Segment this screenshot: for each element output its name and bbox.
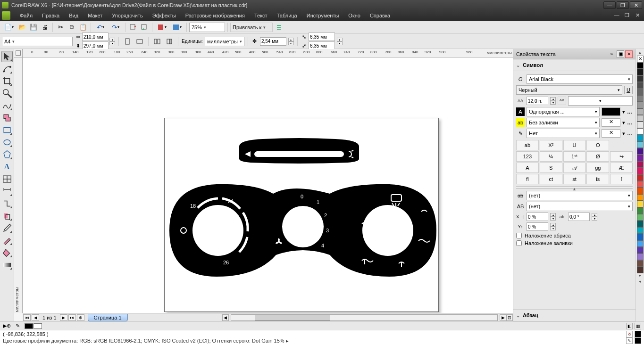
opt-super[interactable]: X² xyxy=(540,140,562,150)
swatch[interactable] xyxy=(637,102,644,108)
opt-longs[interactable]: ſ xyxy=(610,174,633,184)
swatch[interactable] xyxy=(637,174,644,181)
page-tab[interactable]: Страница 1 xyxy=(88,314,128,321)
hscroll-right[interactable]: ▶ xyxy=(500,314,506,321)
bgfill-more[interactable]: … xyxy=(627,120,633,125)
swatch[interactable] xyxy=(637,69,644,75)
navigator-button[interactable]: ⊡ xyxy=(506,314,513,321)
menu-bitmaps[interactable]: Растровые изображения xyxy=(181,13,250,18)
opt-ord[interactable]: 1ˢᵗ xyxy=(563,151,586,162)
canvas[interactable]: 0 80 60 140 120 200 180 260 240 320 300 … xyxy=(14,49,513,321)
print-button[interactable] xyxy=(40,22,50,33)
swatch[interactable] xyxy=(637,254,644,260)
horizontal-scrollbar[interactable] xyxy=(231,314,498,321)
ruler-horizontal[interactable]: 0 80 60 140 120 200 180 260 240 320 300 … xyxy=(23,49,513,57)
fill-color[interactable] xyxy=(602,107,620,116)
menu-layout[interactable]: Макет xyxy=(83,13,107,18)
dupx-input[interactable] xyxy=(309,33,335,41)
swatch[interactable] xyxy=(637,89,644,95)
maximize-button[interactable]: ❐ xyxy=(617,1,629,9)
opt-st[interactable]: st xyxy=(563,174,586,184)
tool-shape[interactable] xyxy=(1,63,13,74)
drawing-area[interactable]: 18 24 26 0 1 2 3 4 xyxy=(23,57,513,313)
proof-color-icon[interactable]: ◧ xyxy=(626,323,633,329)
pagenav-last[interactable]: ⏭ xyxy=(68,314,76,321)
tool-freehand[interactable] xyxy=(1,100,13,111)
outline-color[interactable]: ✕ xyxy=(602,129,620,138)
swatch[interactable] xyxy=(637,135,644,141)
swatch[interactable] xyxy=(637,247,644,254)
swatch[interactable] xyxy=(637,240,644,247)
redo-button[interactable]: ▾ xyxy=(109,22,123,33)
menu-effects[interactable]: Эффекты xyxy=(148,13,181,18)
open-button[interactable] xyxy=(17,22,27,33)
new-button[interactable]: ▾ xyxy=(2,22,16,33)
tool-table[interactable] xyxy=(1,173,13,185)
page-width-input[interactable] xyxy=(82,33,109,41)
menu-tools[interactable]: Инструменты xyxy=(302,13,344,18)
tool-pick[interactable] xyxy=(1,51,13,62)
swatch[interactable] xyxy=(637,62,644,69)
outline-more[interactable]: … xyxy=(627,131,633,136)
menu-window[interactable]: Окно xyxy=(343,13,365,18)
swatch[interactable] xyxy=(637,115,644,122)
swatch[interactable] xyxy=(637,122,644,128)
palette-expand[interactable]: ◂ xyxy=(637,279,644,285)
fill-type-combo[interactable]: Однородная ...▾ xyxy=(527,107,600,116)
app-launcher-button[interactable]: ▾ xyxy=(170,22,184,33)
export-button[interactable] xyxy=(139,22,150,33)
swatch[interactable] xyxy=(637,221,644,227)
swatch[interactable] xyxy=(637,108,644,115)
fill-black-icon[interactable] xyxy=(635,331,641,337)
doc-close-button[interactable]: ✕ xyxy=(633,12,642,19)
swatch[interactable] xyxy=(637,155,644,161)
bgfill-color[interactable]: ✕ xyxy=(602,118,620,127)
underline-combo[interactable]: (нет)▾ xyxy=(527,202,633,211)
tool-zoom[interactable] xyxy=(1,88,13,99)
docker-close-button[interactable]: ✕ xyxy=(625,50,633,58)
paste-button[interactable] xyxy=(78,22,88,33)
tool-interactive[interactable] xyxy=(1,210,13,221)
font-combo[interactable]: Arial Black▾ xyxy=(527,74,633,84)
collapse-icon[interactable]: » xyxy=(610,51,613,57)
swatch[interactable] xyxy=(637,207,644,214)
tool-fill[interactable] xyxy=(1,247,13,258)
options-button[interactable] xyxy=(274,22,284,33)
kerning-combo[interactable]: ▾ xyxy=(568,96,633,106)
outline-none-icon[interactable]: ◇✕ xyxy=(626,331,633,337)
page-size-combo[interactable]: A4▾ xyxy=(2,37,73,46)
current-page-button[interactable] xyxy=(164,36,175,47)
tool-rectangle[interactable] xyxy=(1,124,13,136)
opt-123[interactable]: 123 xyxy=(516,151,539,162)
tool-ellipse[interactable] xyxy=(1,137,13,148)
tool-outlinepen[interactable] xyxy=(1,235,13,246)
opt-S[interactable]: S xyxy=(540,163,562,173)
underline-toggle[interactable]: U xyxy=(624,86,633,94)
menu-text[interactable]: Текст xyxy=(250,13,272,18)
swatch[interactable] xyxy=(637,227,644,234)
swatch[interactable] xyxy=(637,234,644,240)
tool-eyedropper[interactable] xyxy=(1,222,13,234)
tool-text[interactable]: A xyxy=(1,161,13,172)
cut-button[interactable] xyxy=(55,22,66,33)
tool-smartfill[interactable] xyxy=(1,112,13,123)
tool-ifill[interactable] xyxy=(1,259,13,270)
outline-combo[interactable]: Нет▾ xyxy=(527,129,600,138)
swatch[interactable] xyxy=(637,82,644,89)
swatch[interactable] xyxy=(637,188,644,194)
menu-help[interactable]: Справка xyxy=(365,13,395,18)
palette-up[interactable]: ▴ xyxy=(637,50,644,56)
opt-AE[interactable]: Æ xyxy=(610,163,633,173)
units-combo[interactable]: миллиметры▾ xyxy=(205,37,244,46)
opt-gg[interactable]: gg xyxy=(586,163,609,173)
landscape-button[interactable] xyxy=(134,36,145,47)
app-icon[interactable] xyxy=(2,11,10,20)
section-collapse[interactable]: ▲ xyxy=(516,186,633,189)
tool-polygon[interactable] xyxy=(1,149,13,160)
nudge-input[interactable] xyxy=(260,37,286,46)
swatch[interactable] xyxy=(637,201,644,207)
dim-dn[interactable]: ▾ xyxy=(109,41,115,45)
swatch[interactable] xyxy=(637,75,644,82)
menu-edit[interactable]: Правка xyxy=(37,13,64,18)
fill-status-icon[interactable] xyxy=(635,337,641,344)
